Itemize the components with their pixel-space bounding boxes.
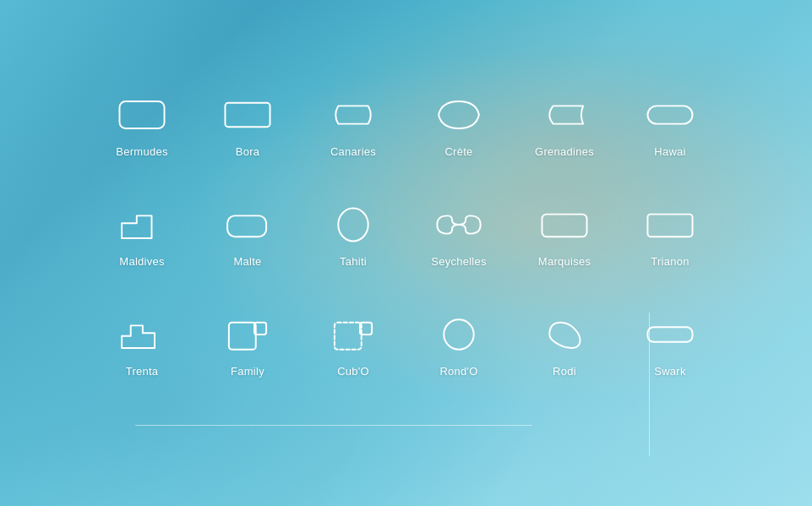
vertical-divider [649,313,650,456]
item-maldives[interactable]: Maldives [102,203,183,304]
tahiti-label: Tahiti [340,255,367,268]
malte-icon [218,203,277,247]
bermudes-label: Bermudes [116,145,167,158]
item-hawai[interactable]: Hawai [630,93,711,194]
svg-point-11 [444,319,473,349]
svg-rect-6 [647,214,692,237]
item-malte[interactable]: Malte [208,203,288,304]
main-content: Bermudes Bora Canaries [0,0,812,506]
item-family[interactable]: Family [208,313,288,414]
hawai-icon [640,93,700,137]
svg-point-4 [338,208,368,241]
item-crete[interactable]: Crète [419,93,499,194]
cubo-label: Cub'O [337,365,369,378]
marquises-label: Marquises [538,255,591,268]
family-icon [218,313,277,356]
item-seychelles[interactable]: Seychelles [419,203,499,304]
trianon-label: Trianon [651,255,689,268]
cubo-icon [324,313,383,356]
rondo-icon [429,313,488,356]
maldives-label: Maldives [119,255,164,268]
rodi-icon [535,313,594,356]
swark-label: Swark [654,365,685,378]
item-trenta[interactable]: Trenta [102,313,183,414]
family-label: Family [231,365,264,378]
grenadines-icon [535,93,594,137]
svg-rect-1 [225,102,270,126]
malte-label: Malte [233,255,261,268]
item-marquises[interactable]: Marquises [525,203,605,304]
seychelles-icon [429,203,488,247]
trenta-label: Trenta [126,365,159,378]
item-canaries[interactable]: Canaries [313,93,394,194]
hawai-label: Hawai [654,145,685,158]
seychelles-label: Seychelles [431,255,486,268]
bora-label: Bora [236,145,260,158]
bermudes-icon [112,93,172,137]
trianon-icon [640,203,700,247]
horizontal-divider [135,425,532,426]
svg-rect-5 [542,214,586,237]
trenta-icon [112,313,172,356]
item-cubo[interactable]: Cub'O [313,313,394,414]
svg-rect-0 [119,101,164,128]
svg-rect-9 [335,322,362,349]
crete-icon [429,93,488,137]
maldives-icon [112,203,172,247]
crete-label: Crète [444,145,472,158]
bora-icon [218,93,277,137]
item-bora[interactable]: Bora [208,93,288,194]
canaries-icon [324,93,383,137]
marquises-icon [535,203,594,247]
item-tahiti[interactable]: Tahiti [313,203,394,304]
svg-rect-7 [229,322,256,349]
item-grenadines[interactable]: Grenadines [525,93,605,194]
products-grid: Bermudes Bora Canaries [102,93,711,414]
grenadines-label: Grenadines [535,145,594,158]
item-swark[interactable]: Swark [630,313,711,414]
item-bermudes[interactable]: Bermudes [102,93,183,194]
item-trianon[interactable]: Trianon [630,203,711,304]
item-rodi[interactable]: Rodi [525,313,605,414]
tahiti-icon [324,203,383,247]
rodi-label: Rodi [553,365,576,378]
svg-rect-12 [647,327,692,342]
rondo-label: Rond'O [439,365,477,378]
canaries-label: Canaries [330,145,376,158]
svg-rect-2 [647,106,692,123]
svg-rect-3 [227,215,266,237]
item-rondo[interactable]: Rond'O [419,313,499,414]
